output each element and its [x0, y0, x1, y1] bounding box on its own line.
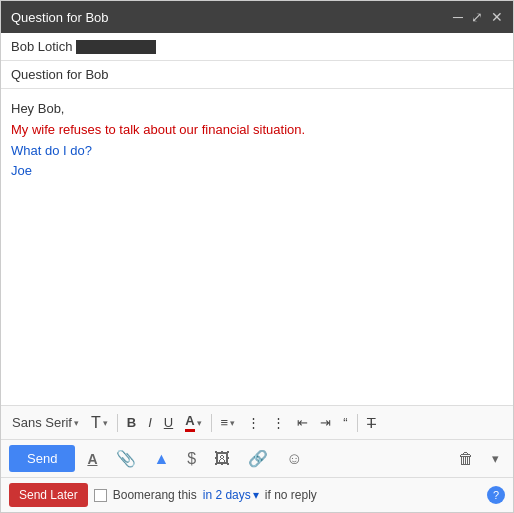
- font-family-arrow: ▾: [74, 418, 79, 428]
- compose-window: Question for Bob ─ ⤢ ✕ Bob Lotich Hey Bo…: [0, 0, 514, 513]
- emoji-icon: ☺: [286, 450, 302, 467]
- redacted-email: [76, 40, 156, 54]
- discard-button[interactable]: 🗑: [452, 446, 480, 472]
- send-button[interactable]: Send: [9, 445, 75, 472]
- emoji-button[interactable]: ☺: [280, 446, 308, 472]
- indent-dec-button[interactable]: ⇤: [292, 412, 313, 433]
- font-size-arrow: ▾: [103, 418, 108, 428]
- boomerang-bar: Send Later Boomerang this in 2 days ▾ if…: [1, 477, 513, 512]
- text-format-button[interactable]: A: [81, 446, 103, 472]
- body-line-1: Hey Bob,: [11, 99, 503, 120]
- ul-icon: ⋮: [272, 415, 285, 430]
- more-options-button[interactable]: ▾: [486, 447, 505, 470]
- clear-icon: T̶: [367, 415, 376, 431]
- minimize-button[interactable]: ─: [453, 10, 463, 24]
- align-button[interactable]: ≡ ▾: [216, 412, 241, 433]
- text-color-arrow: ▾: [197, 418, 202, 428]
- window-controls: ─ ⤢ ✕: [453, 10, 503, 24]
- separator-2: [211, 414, 212, 432]
- link-icon: 🔗: [248, 450, 268, 467]
- bold-button[interactable]: B: [122, 412, 141, 433]
- title-bar: Question for Bob ─ ⤢ ✕: [1, 1, 513, 33]
- to-label: Bob Lotich: [11, 39, 72, 54]
- help-button[interactable]: ?: [487, 486, 505, 504]
- separator-1: [117, 414, 118, 432]
- font-family-label: Sans Serif: [12, 415, 72, 430]
- ol-button[interactable]: ⋮: [242, 412, 265, 433]
- to-field-row: Bob Lotich: [1, 33, 513, 61]
- boomerang-label: Boomerang this: [113, 488, 197, 502]
- text-format-icon: A: [87, 451, 97, 467]
- font-size-dropdown[interactable]: T ▾: [86, 411, 113, 435]
- trash-icon: 🗑: [458, 450, 474, 467]
- clear-format-button[interactable]: T̶: [362, 412, 381, 434]
- photo-button[interactable]: 🖼: [208, 446, 236, 472]
- font-family-dropdown[interactable]: Sans Serif ▾: [7, 412, 84, 433]
- email-body[interactable]: Hey Bob, My wife refuses to talk about o…: [1, 89, 513, 405]
- quote-button[interactable]: “: [338, 412, 352, 433]
- text-color-button[interactable]: A ▾: [180, 410, 206, 435]
- quote-icon: “: [343, 415, 347, 430]
- expand-button[interactable]: ⤢: [471, 10, 483, 24]
- window-title: Question for Bob: [11, 10, 109, 25]
- body-line-2: My wife refuses to talk about our financ…: [11, 120, 503, 141]
- align-arrow: ▾: [230, 418, 235, 428]
- boomerang-days-dropdown[interactable]: in 2 days ▾: [203, 488, 259, 502]
- format-toolbar: Sans Serif ▾ T ▾ B I U A ▾ ≡ ▾ ⋮ ⋮ ⇤: [1, 405, 513, 439]
- indent-inc-button[interactable]: ⇥: [315, 412, 336, 433]
- attach-button[interactable]: 📎: [110, 445, 142, 472]
- separator-3: [357, 414, 358, 432]
- subject-field-row: [1, 61, 513, 89]
- attach-icon: 📎: [116, 450, 136, 467]
- color-underline: [185, 429, 194, 432]
- close-button[interactable]: ✕: [491, 10, 503, 24]
- boomerang-days-arrow: ▾: [253, 488, 259, 502]
- italic-button[interactable]: I: [143, 412, 157, 433]
- boomerang-checkbox[interactable]: [94, 489, 107, 502]
- money-icon: $: [187, 450, 196, 467]
- ol-icon: ⋮: [247, 415, 260, 430]
- link-button[interactable]: 🔗: [242, 445, 274, 472]
- subject-input[interactable]: [11, 67, 503, 82]
- drive-button[interactable]: ▲: [148, 446, 176, 472]
- underline-button[interactable]: U: [159, 412, 178, 433]
- action-toolbar: Send A 📎 ▲ $ 🖼 🔗 ☺ 🗑 ▾: [1, 439, 513, 477]
- text-color-label: A: [185, 413, 194, 432]
- indent-dec-icon: ⇤: [297, 415, 308, 430]
- more-icon: ▾: [492, 451, 499, 466]
- ul-button[interactable]: ⋮: [267, 412, 290, 433]
- indent-inc-icon: ⇥: [320, 415, 331, 430]
- align-icon: ≡: [221, 415, 229, 430]
- photo-icon: 🖼: [214, 450, 230, 467]
- drive-icon: ▲: [154, 450, 170, 467]
- money-button[interactable]: $: [181, 446, 202, 472]
- if-no-reply-label: if no reply: [265, 488, 317, 502]
- send-later-button[interactable]: Send Later: [9, 483, 88, 507]
- font-size-icon: T: [91, 414, 101, 432]
- body-line-4: Joe: [11, 161, 503, 182]
- boomerang-days-value: in 2 days: [203, 488, 251, 502]
- body-line-3: What do I do?: [11, 141, 503, 162]
